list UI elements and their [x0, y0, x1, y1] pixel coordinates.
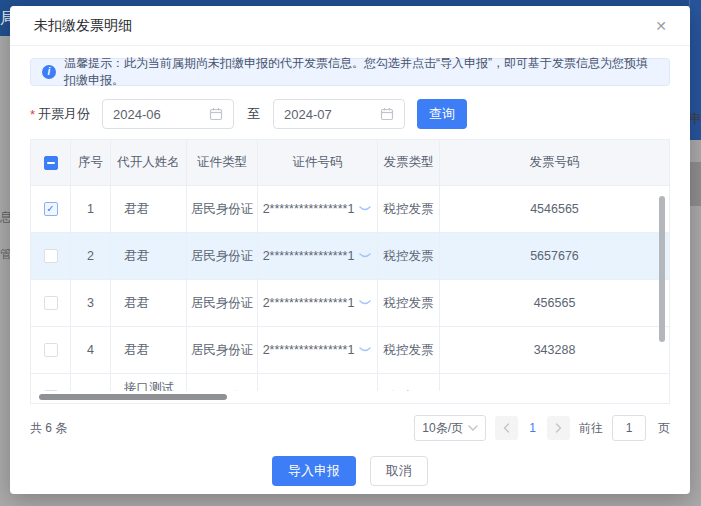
cell-invoice-type: 税控发票	[378, 327, 440, 373]
masked-id-number: 2****************1	[263, 343, 355, 357]
cell-invoice-number: 000007001000	[440, 374, 669, 391]
cell-id-number: 2****************1	[258, 327, 378, 373]
select-all-checkbox[interactable]	[44, 156, 58, 170]
cell-id-number: 2****************1	[258, 233, 378, 279]
start-month-input[interactable]: 2024-06	[102, 99, 234, 129]
filter-row: * 开票月份 2024-06 至 2024-07 查询	[30, 99, 670, 129]
cell-invoice-number: 456565	[440, 280, 669, 326]
info-banner: i 温馨提示：此为当前属期尚未扣缴申报的代开发票信息。您勾选并点击“导入申报”，…	[30, 58, 670, 86]
cell-invoice-type: 税控发票	[378, 186, 440, 232]
check-icon: ✓	[46, 204, 54, 214]
cell-invoice-number: 5657676	[440, 233, 669, 279]
cell-invoice-type: 税控发票	[378, 233, 440, 279]
current-page[interactable]: 1	[527, 421, 538, 435]
table-footer: 共 6 条 10条/页 1 前往 页	[30, 415, 670, 441]
page-size-value: 10条/页	[422, 420, 463, 437]
table-row: ✓ 4 君君 居民身份证 2****************1 税控发票 343…	[31, 327, 669, 374]
table-row: ✓ 1 君君 居民身份证 2****************1 税控发票 454…	[31, 186, 669, 233]
row-checkbox[interactable]: ✓	[44, 343, 58, 357]
masked-id-number: 2****************1	[263, 249, 355, 263]
next-page-button[interactable]	[547, 416, 570, 440]
cell-id-type: 居民身份证	[187, 280, 258, 326]
background-right-band	[689, 162, 701, 206]
checkbox-cell: ✓	[31, 374, 71, 391]
vertical-scrollbar-thumb[interactable]	[659, 196, 665, 342]
cell-index: 5	[71, 374, 111, 391]
row-checkbox[interactable]: ✓	[44, 296, 58, 310]
prev-page-button[interactable]	[495, 416, 518, 440]
date-range-separator: 至	[247, 105, 260, 123]
pagination: 10条/页 1 前往 页	[414, 415, 670, 441]
header-invoice-number: 发票号码	[440, 140, 669, 185]
cell-id-type: 居民身份证	[187, 186, 258, 232]
cell-index: 2	[71, 233, 111, 279]
cell-id-number: 2****************1	[258, 186, 378, 232]
eye-closed-icon[interactable]	[358, 346, 372, 354]
header-name: 代开人姓名	[111, 140, 187, 185]
goto-suffix: 页	[658, 420, 670, 437]
info-icon: i	[42, 65, 56, 79]
cell-name: 接口测试五	[111, 374, 187, 391]
horizontal-scrollbar-thumb[interactable]	[39, 394, 227, 400]
table-body: ✓ 1 君君 居民身份证 2****************1 税控发票 454…	[31, 186, 669, 391]
table-row: ✓ 5 接口测试五 居民身份证 0****************X 数电票 0…	[31, 374, 669, 391]
row-checkbox[interactable]: ✓	[44, 249, 58, 263]
eye-closed-icon[interactable]	[358, 205, 372, 213]
info-banner-text: 温馨提示：此为当前属期尚未扣缴申报的代开发票信息。您勾选并点击“导入申报”，即可…	[64, 55, 658, 89]
checkbox-cell: ✓	[31, 327, 71, 373]
cell-id-type: 居民身份证	[187, 374, 258, 391]
table-header-row: 序号 代开人姓名 证件类型 证件号码 发票类型 发票号码	[31, 140, 669, 186]
masked-id-number: 2****************1	[263, 296, 355, 310]
header-index: 序号	[71, 140, 111, 185]
cell-invoice-number: 343288	[440, 327, 669, 373]
query-button[interactable]: 查询	[417, 99, 467, 129]
end-month-input[interactable]: 2024-07	[273, 99, 405, 129]
dialog-body: i 温馨提示：此为当前属期尚未扣缴申报的代开发票信息。您勾选并点击“导入申报”，…	[10, 46, 690, 486]
select-all-cell	[31, 140, 71, 185]
calendar-icon	[380, 107, 394, 121]
dialog-header: 未扣缴发票明细	[10, 6, 690, 46]
checkbox-cell: ✓	[31, 233, 71, 279]
cell-name: 君君	[111, 186, 187, 232]
cell-id-number: 2****************1	[258, 280, 378, 326]
cell-index: 4	[71, 327, 111, 373]
start-month-value: 2024-06	[113, 107, 161, 122]
cell-invoice-type: 税控发票	[378, 280, 440, 326]
table-row: ✓ 2 君君 居民身份证 2****************1 税控发票 565…	[31, 233, 669, 280]
cancel-button[interactable]: 取消	[370, 456, 428, 486]
masked-id-number: 2****************1	[263, 202, 355, 216]
cell-index: 1	[71, 186, 111, 232]
eye-closed-icon[interactable]	[358, 299, 372, 307]
required-mark: *	[30, 107, 35, 122]
chevron-down-icon	[468, 425, 478, 431]
horizontal-scrollbar-track	[31, 391, 669, 403]
cell-invoice-number: 4546565	[440, 186, 669, 232]
chevron-right-icon	[555, 423, 562, 433]
cell-id-number: 0****************X	[258, 374, 378, 391]
cell-id-type: 居民身份证	[187, 233, 258, 279]
unwithheld-invoice-dialog: 未扣缴发票明细 ✕ i 温馨提示：此为当前属期尚未扣缴申报的代开发票信息。您勾选…	[10, 6, 690, 494]
end-month-value: 2024-07	[284, 107, 332, 122]
invoice-table: 序号 代开人姓名 证件类型 证件号码 发票类型 发票号码 ✓ 1 君君	[30, 139, 670, 404]
page-size-select[interactable]: 10条/页	[414, 415, 486, 441]
calendar-icon	[209, 107, 223, 121]
header-id-number: 证件号码	[258, 140, 378, 185]
cell-invoice-type: 数电票	[378, 374, 440, 391]
invoice-month-label: 开票月份	[38, 105, 90, 123]
cell-name: 君君	[111, 233, 187, 279]
background-right-text: 申	[689, 110, 701, 128]
dialog-title: 未扣缴发票明细	[34, 17, 132, 35]
close-icon[interactable]: ✕	[652, 17, 670, 35]
header-id-type: 证件类型	[187, 140, 258, 185]
import-declaration-button[interactable]: 导入申报	[272, 456, 356, 486]
goto-page-input[interactable]	[612, 415, 646, 441]
row-checkbox[interactable]: ✓	[44, 202, 58, 216]
checkbox-cell: ✓	[31, 280, 71, 326]
table-row: ✓ 3 君君 居民身份证 2****************1 税控发票 456…	[31, 280, 669, 327]
header-invoice-type: 发票类型	[378, 140, 440, 185]
checkbox-cell: ✓	[31, 186, 71, 232]
eye-closed-icon[interactable]	[358, 252, 372, 260]
indeterminate-icon	[47, 162, 55, 164]
cell-name: 君君	[111, 280, 187, 326]
total-count-label: 共 6 条	[30, 420, 67, 437]
